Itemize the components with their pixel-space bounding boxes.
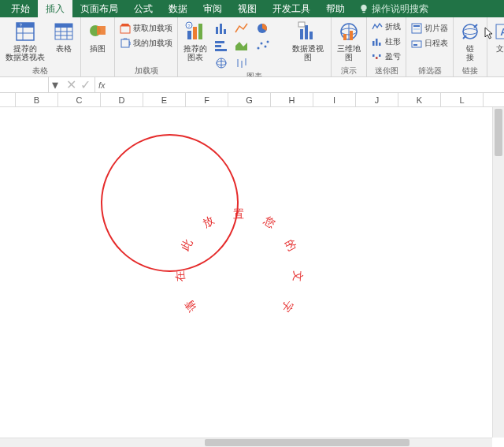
svg-rect-39 — [305, 25, 308, 39]
illustrations-label: 插图 — [90, 44, 106, 53]
illustrations-button[interactable]: 插图 — [84, 19, 111, 54]
svg-rect-0 — [363, 12, 365, 13]
get-addins-label: 获取加载项 — [133, 23, 172, 34]
group-links: 链 接 链接 — [454, 17, 487, 76]
map-chart-icon[interactable] — [213, 55, 232, 71]
tab-page-layout[interactable]: 页面布局 — [72, 0, 126, 17]
col-header[interactable]: K — [398, 93, 441, 106]
tab-data[interactable]: 数据 — [161, 0, 195, 17]
tab-formulas[interactable]: 公式 — [126, 0, 161, 17]
my-addins-button[interactable]: 我的加载项 — [118, 37, 174, 50]
group-tables: ? 提荐的 数据透视表 表格 表格 — [0, 17, 81, 76]
recommended-charts-button[interactable]: ? 推荐的 图表 — [181, 19, 209, 63]
svg-point-30 — [265, 46, 267, 48]
group-addins-label: 加载项 — [118, 65, 174, 76]
svg-rect-57 — [413, 44, 417, 46]
scrollbar-thumb[interactable] — [495, 109, 502, 156]
col-header[interactable]: B — [16, 93, 58, 106]
bar-chart-icon[interactable] — [213, 38, 232, 54]
col-header[interactable]: I — [313, 93, 356, 106]
name-box[interactable] — [0, 77, 49, 92]
tell-me-label: 操作说明搜索 — [372, 2, 428, 16]
col-header[interactable]: D — [101, 93, 143, 106]
timeline-icon — [411, 38, 422, 49]
col-header[interactable]: E — [143, 93, 186, 106]
group-tours-label: 演示 — [335, 65, 363, 76]
name-box-dropdown[interactable]: ▾ — [49, 77, 61, 92]
group-addins: 获取加载项 我的加载项 加载项 — [115, 17, 178, 76]
tell-me-search[interactable]: 操作说明搜索 — [353, 0, 435, 17]
svg-rect-54 — [413, 25, 420, 27]
group-illustrations: 插图 — [81, 17, 115, 76]
sparkline-line-button[interactable]: 折线 — [370, 20, 402, 33]
link-label: 链 接 — [466, 44, 474, 61]
sparkline-column-button[interactable]: 柱形 — [370, 35, 402, 48]
group-tours: 三维地 图 演示 — [332, 17, 367, 76]
3d-map-button[interactable]: 三维地 图 — [335, 19, 363, 63]
line-chart-icon[interactable] — [233, 20, 252, 36]
link-button[interactable]: 链 接 — [457, 19, 484, 63]
svg-rect-22 — [220, 24, 222, 34]
slicer-button[interactable]: 切片器 — [410, 22, 450, 35]
tab-view[interactable]: 视图 — [230, 0, 265, 17]
sparkline-winloss-button[interactable]: 盈亏 — [370, 50, 402, 63]
formula-bar-row: ▾ ✕ ✓ fx — [0, 77, 504, 93]
group-tables-label: 表格 — [3, 65, 77, 76]
3d-map-label: 三维地 图 — [337, 44, 361, 61]
tab-insert[interactable]: 插入 — [38, 0, 72, 17]
col-header[interactable]: F — [186, 93, 228, 106]
horizontal-scrollbar[interactable] — [0, 438, 492, 447]
area-chart-icon[interactable] — [233, 38, 252, 54]
svg-text:A: A — [500, 26, 504, 38]
cancel-formula-icon[interactable]: ✕ — [65, 79, 77, 91]
select-all-corner[interactable] — [0, 93, 16, 106]
svg-rect-23 — [224, 29, 226, 34]
table-label: 表格 — [56, 44, 72, 53]
pivot-table-icon: ? — [14, 20, 36, 43]
group-sparklines: 折线 柱形 盈亏 迷你图 — [367, 17, 406, 76]
svg-point-31 — [267, 41, 269, 43]
group-filters-label: 筛选器 — [410, 65, 450, 76]
stock-chart-icon[interactable] — [233, 55, 252, 71]
text-button[interactable]: A 文本 — [491, 19, 504, 54]
col-header[interactable]: H — [271, 93, 313, 106]
pivot-chart-icon — [297, 20, 319, 43]
svg-rect-49 — [379, 43, 381, 46]
tab-home[interactable]: 开始 — [3, 0, 38, 17]
svg-rect-38 — [300, 29, 303, 39]
col-header[interactable]: L — [441, 93, 484, 106]
column-chart-icon[interactable] — [213, 20, 232, 36]
ribbon-tab-bar: 开始 插入 页面布局 公式 数据 审阅 视图 开发工具 帮助 操作说明搜索 — [0, 0, 504, 17]
col-header[interactable]: C — [58, 93, 101, 106]
svg-rect-27 — [215, 49, 227, 51]
svg-rect-51 — [376, 57, 378, 59]
worksheet-grid[interactable]: 请在此放置您的文字 — [0, 107, 504, 435]
col-header[interactable]: J — [356, 93, 398, 106]
enter-formula-icon[interactable]: ✓ — [79, 79, 91, 91]
my-addins-label: 我的加载项 — [133, 38, 172, 49]
svg-rect-41 — [298, 22, 305, 27]
get-addins-button[interactable]: 获取加载项 — [118, 22, 174, 35]
timeline-button[interactable]: 日程表 — [410, 37, 450, 50]
vertical-scrollbar[interactable] — [492, 107, 504, 438]
scatter-chart-icon[interactable] — [254, 38, 272, 54]
pivot-chart-button[interactable]: 数据透视图 — [289, 19, 328, 63]
svg-rect-50 — [372, 54, 375, 57]
wordart-curved-text[interactable]: 请在此放置您的文字 — [101, 134, 239, 272]
svg-rect-13 — [97, 26, 106, 35]
tab-review[interactable]: 审阅 — [195, 0, 230, 17]
recommended-pivot-label: 提荐的 数据透视表 — [6, 44, 45, 61]
spark-wl-icon — [372, 51, 383, 62]
globe-icon — [338, 20, 360, 43]
tab-developer[interactable]: 开发工具 — [265, 0, 318, 17]
pie-chart-icon[interactable] — [254, 20, 272, 36]
rec-chart-icon: ? — [184, 20, 206, 43]
fx-icon[interactable]: fx — [95, 80, 109, 90]
scrollbar-thumb[interactable] — [205, 439, 410, 446]
col-header[interactable]: G — [228, 93, 271, 106]
pivot-chart-label: 数据透视图 — [291, 44, 325, 61]
tab-help[interactable]: 帮助 — [318, 0, 353, 17]
table-button[interactable]: 表格 — [50, 19, 77, 54]
group-text: A 文本 — [487, 17, 504, 76]
recommended-pivot-button[interactable]: ? 提荐的 数据透视表 — [3, 19, 47, 63]
